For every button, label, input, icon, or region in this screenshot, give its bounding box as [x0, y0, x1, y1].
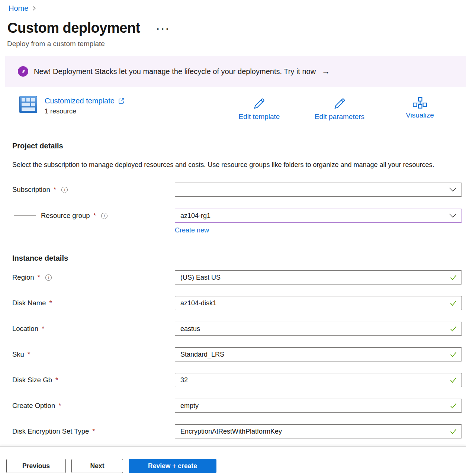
- location-label: Location: [12, 325, 38, 333]
- resource-group-dropdown[interactable]: az104-rg1: [175, 209, 462, 223]
- indent-connector-line: [14, 197, 36, 216]
- chevron-down-icon: [449, 187, 457, 192]
- create-option-label: Create Option: [12, 402, 55, 410]
- create-option-row: Create Option*: [12, 399, 462, 413]
- sku-label: Sku: [12, 350, 24, 358]
- info-icon[interactable]: i: [101, 213, 107, 219]
- subscription-dropdown[interactable]: [175, 183, 462, 197]
- deployment-stacks-banner[interactable]: New! Deployment Stacks let you manage th…: [5, 56, 466, 87]
- disk-size-row: Disk Size Gb*: [12, 373, 462, 387]
- resource-group-value: az104-rg1: [180, 212, 210, 220]
- required-asterisk: *: [58, 402, 61, 410]
- visualize-button[interactable]: Visualize: [406, 97, 434, 119]
- disk-name-row: Disk Name*: [12, 296, 462, 310]
- pencil-icon: [252, 97, 266, 111]
- info-icon[interactable]: i: [61, 187, 68, 193]
- template-icon: [19, 96, 37, 113]
- create-new-link[interactable]: Create new: [175, 226, 209, 234]
- edit-template-button[interactable]: Edit template: [239, 97, 280, 121]
- template-summary: Customized template 1 resource Edit temp…: [5, 96, 466, 124]
- customized-template-label: Customized template: [45, 96, 115, 106]
- location-row: Location*: [12, 322, 462, 336]
- footer-action-bar: Previous Next Review + create: [0, 446, 466, 476]
- required-asterisk: *: [55, 376, 58, 384]
- page-title: Custom deployment: [7, 19, 140, 37]
- page-subtitle: Deploy from a custom template: [7, 39, 466, 48]
- disk-name-input[interactable]: [175, 296, 462, 310]
- resource-group-row: Resource group* i az104-rg1: [12, 209, 462, 223]
- region-label: Region: [12, 273, 34, 282]
- resource-count: 1 resource: [45, 107, 125, 115]
- rocket-icon: [18, 66, 28, 77]
- required-asterisk: *: [92, 427, 95, 435]
- external-link-icon: [118, 97, 125, 104]
- disk-size-label: Disk Size Gb: [12, 376, 52, 384]
- resource-group-label: Resource group: [41, 212, 90, 220]
- disk-encryption-set-type-label: Disk Encryption Set Type: [12, 427, 89, 435]
- edit-template-label: Edit template: [239, 113, 280, 121]
- disk-encryption-set-type-row: Disk Encryption Set Type*: [12, 424, 462, 438]
- required-asterisk: *: [38, 273, 40, 282]
- sku-input[interactable]: [175, 347, 462, 361]
- create-option-input[interactable]: [175, 399, 462, 413]
- hierarchy-icon: [413, 97, 427, 109]
- sku-row: Sku*: [12, 347, 462, 361]
- banner-text: New! Deployment Stacks let you manage th…: [34, 67, 316, 76]
- chevron-right-icon: [32, 6, 36, 11]
- more-options-button[interactable]: ···: [157, 22, 171, 34]
- disk-name-label: Disk Name: [12, 299, 46, 307]
- required-asterisk: *: [93, 212, 96, 220]
- project-details-description: Select the subscription to manage deploy…: [12, 159, 440, 171]
- required-asterisk: *: [54, 186, 56, 194]
- custom-deployment-page: Home Custom deployment ··· Deploy from a…: [0, 0, 466, 476]
- customized-template-link[interactable]: Customized template: [45, 96, 125, 106]
- info-icon[interactable]: i: [45, 274, 52, 281]
- previous-button[interactable]: Previous: [6, 459, 66, 473]
- breadcrumb-home-link[interactable]: Home: [9, 3, 28, 13]
- disk-encryption-set-type-input[interactable]: [175, 424, 462, 438]
- required-asterisk: *: [42, 325, 44, 333]
- region-row: Region* i: [12, 270, 462, 284]
- breadcrumb: Home: [9, 3, 466, 13]
- chevron-down-icon: [449, 213, 457, 218]
- disk-size-input[interactable]: [175, 373, 462, 387]
- instance-details-heading: Instance details: [12, 254, 466, 263]
- location-input[interactable]: [175, 322, 462, 336]
- edit-parameters-button[interactable]: Edit parameters: [315, 97, 364, 121]
- edit-parameters-label: Edit parameters: [315, 113, 364, 121]
- required-asterisk: *: [28, 350, 30, 358]
- arrow-right-icon: →: [322, 67, 330, 76]
- project-details-heading: Project details: [12, 141, 466, 151]
- required-asterisk: *: [49, 299, 52, 307]
- visualize-label: Visualize: [406, 111, 434, 119]
- pencil-icon: [332, 97, 347, 111]
- next-button[interactable]: Next: [71, 459, 123, 473]
- review-create-button[interactable]: Review + create: [129, 459, 216, 473]
- title-row: Custom deployment ···: [7, 19, 466, 37]
- subscription-label: Subscription: [12, 186, 50, 194]
- region-input[interactable]: [175, 270, 462, 284]
- subscription-row: Subscription* i: [12, 183, 462, 197]
